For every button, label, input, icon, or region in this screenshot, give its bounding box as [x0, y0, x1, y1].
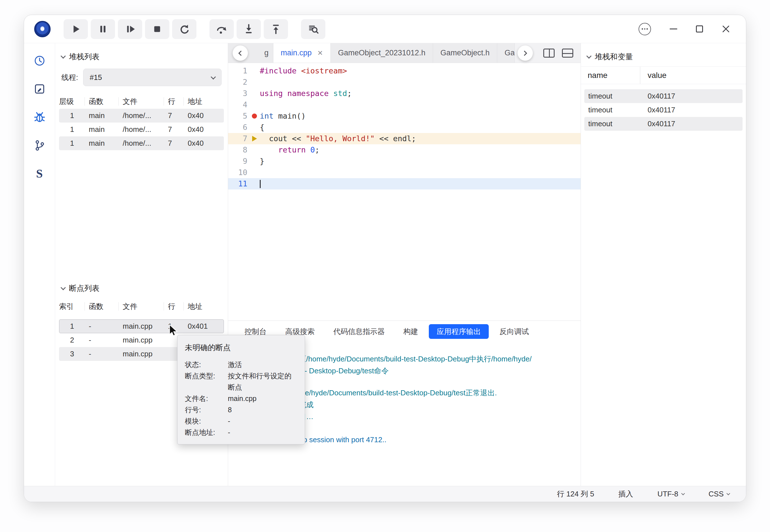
thread-select[interactable]: #15 [83, 69, 222, 86]
restart-icon [178, 23, 190, 35]
variable-row[interactable]: timeout 0x40117 [584, 117, 743, 131]
stack-row[interactable]: 1 main /home/... 7 0x40 [59, 123, 224, 136]
tab-code-lens[interactable]: 代码信息指示器 [325, 324, 393, 339]
step-out-button[interactable] [264, 19, 288, 39]
variables-table-header: name value [581, 67, 746, 84]
code-line[interactable]: 3 using namespace std; [228, 88, 581, 99]
code-line[interactable]: 4 [228, 99, 581, 110]
breakpoint-icon[interactable] [252, 114, 257, 119]
input-mode[interactable]: 插入 [619, 489, 633, 499]
tabs-scroll-right-button[interactable] [517, 45, 533, 61]
stop-button[interactable] [145, 19, 169, 39]
log-line: st- Desktop-Debug/test命令 [299, 365, 581, 377]
pause-button[interactable] [91, 19, 115, 39]
activity-rail: S [24, 43, 55, 486]
code-line[interactable]: 6 { [228, 122, 581, 133]
restart-button[interactable] [172, 19, 197, 39]
variables-panel-header[interactable]: 堆栈和变量 [581, 43, 746, 67]
svn-icon[interactable]: S [33, 167, 46, 180]
tab-gameobject-20231012-h[interactable]: GameObject_20231012.h [331, 43, 433, 63]
tab-partial[interactable]: Ga [497, 43, 515, 63]
code-line[interactable]: 10 [228, 167, 581, 178]
cursor-position[interactable]: 行 124 列 5 [557, 489, 594, 499]
maximize-icon[interactable] [696, 25, 703, 32]
editor-tabbar: g main.cpp ✕ GameObject_20231012.h GameO… [228, 43, 581, 63]
split-horizontal-icon[interactable] [562, 49, 573, 58]
tab-reverse-debug[interactable]: 反向调试 [491, 324, 537, 339]
line-number[interactable]: 8 [228, 144, 249, 156]
chevron-down-icon [586, 53, 592, 58]
debug-icon[interactable] [33, 110, 46, 124]
window-controls [639, 23, 736, 35]
close-icon[interactable] [722, 25, 730, 33]
thread-select-value: #15 [90, 73, 102, 82]
code-line[interactable]: 2 [228, 77, 581, 88]
more-menu-icon[interactable] [639, 23, 651, 35]
continue-button[interactable] [64, 19, 88, 39]
code-line[interactable]: 8 return 0; [228, 144, 581, 156]
status-bar: 行 124 列 5 插入 UTF-8 CSS [24, 486, 746, 502]
stack-section-title: 堆栈列表 [69, 52, 99, 62]
code-editor[interactable]: 1 #include <iostream> 2 3 using namespac… [228, 63, 581, 320]
syntax-select[interactable]: CSS [709, 490, 730, 498]
git-icon[interactable] [33, 139, 46, 152]
tab-app-output[interactable]: 应用程序输出 [429, 324, 489, 339]
step-over-button[interactable] [210, 19, 234, 39]
thread-row: 线程: #15 [55, 66, 228, 92]
minimize-icon[interactable] [670, 29, 677, 30]
step-into-button[interactable] [237, 19, 261, 39]
edit-icon[interactable] [33, 82, 46, 96]
log-line: 完成 [299, 399, 581, 411]
line-number[interactable]: 4 [228, 99, 249, 110]
stack-section-header[interactable]: 堆栈列表 [55, 43, 228, 66]
chevron-down-icon [60, 53, 66, 58]
code-line[interactable]: 9 } [228, 156, 581, 167]
search-symbols-button[interactable] [301, 19, 325, 39]
chevron-down-icon [60, 285, 66, 290]
line-number[interactable]: 9 [228, 156, 249, 167]
tab-gameobject-h[interactable]: GameObject.h [433, 43, 497, 63]
breakpoint-section-header[interactable]: 断点列表 [55, 275, 228, 297]
tabs-scroll-left-button[interactable] [233, 45, 248, 61]
tab-close-icon[interactable]: ✕ [317, 49, 323, 57]
text-caret [260, 180, 261, 188]
stack-row[interactable]: 1 main /home/... 7 0x40 [59, 109, 224, 123]
line-number[interactable]: 10 [228, 167, 249, 178]
log-line: 区/home/hyde/Documents/build-test-Desktop… [299, 353, 581, 365]
play-icon [69, 23, 82, 35]
log-line: 口… [299, 411, 581, 422]
stack-row[interactable]: 1 main /home/... 7 0x40 [59, 136, 224, 150]
thread-label: 线程: [61, 73, 78, 82]
breakpoint-section-title: 断点列表 [69, 283, 99, 293]
line-number[interactable]: 7 [228, 133, 249, 144]
code-line-caret[interactable]: 11 [228, 178, 581, 189]
tab-main-cpp[interactable]: main.cpp ✕ [273, 43, 331, 63]
main-area: S 堆栈列表 线程: #15 层级 函数 文件 [24, 43, 746, 486]
code-line-executing[interactable]: 7 cout << "Hello, World!" << endl; [228, 133, 581, 144]
code-line[interactable]: 5 int main() [228, 110, 581, 122]
recent-icon[interactable] [33, 54, 46, 67]
variable-row[interactable]: timeout 0x40117 [584, 89, 743, 103]
line-number[interactable]: 11 [228, 178, 249, 189]
log-line: me/hyde/Documents/build-test-Desktop-Deb… [299, 387, 581, 399]
breakpoint-tooltip: 未明确的断点 状态:激活 断点类型:按文件和行号设定的断点 文件名:main.c… [177, 335, 305, 444]
breakpoint-table-header: 索引 函数 文件 行 地址 [59, 299, 224, 314]
mouse-cursor-icon [168, 324, 180, 338]
stack-section: 堆栈列表 线程: #15 层级 函数 文件 行 地址 1 [55, 43, 228, 275]
line-number[interactable]: 5 [228, 110, 249, 122]
titlebar [24, 15, 746, 43]
split-vertical-icon[interactable] [543, 49, 554, 58]
code-line[interactable]: 1 #include <iostream> [228, 65, 581, 77]
step-out-icon [270, 23, 282, 35]
chevron-down-icon [727, 492, 730, 495]
tab-build[interactable]: 构建 [395, 324, 426, 339]
line-number[interactable]: 3 [228, 88, 249, 99]
step-resume-button[interactable] [118, 19, 142, 39]
step-resume-icon [124, 23, 136, 35]
encoding-select[interactable]: UTF-8 [658, 490, 684, 498]
line-number[interactable]: 2 [228, 77, 249, 88]
line-number[interactable]: 6 [228, 122, 249, 133]
line-number[interactable]: 1 [228, 65, 249, 77]
breakpoint-row[interactable]: 1 - main.cpp 1 0x401 [59, 319, 224, 333]
variable-row[interactable]: timeout 0x40117 [584, 103, 743, 117]
